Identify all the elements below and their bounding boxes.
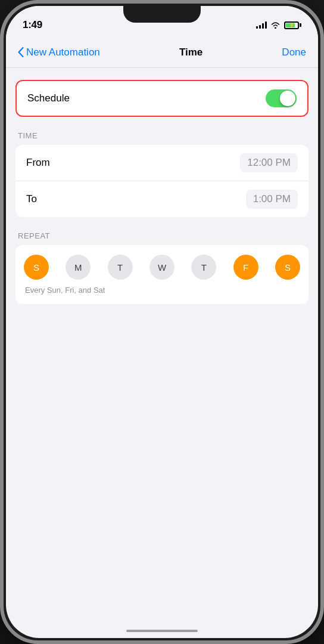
- day-F[interactable]: F: [233, 255, 258, 280]
- status-bar: 1:49 ⚡: [6, 6, 318, 37]
- repeat-section-label: REPEAT: [15, 231, 309, 240]
- status-time: 1:49: [23, 19, 42, 31]
- day-S1[interactable]: S: [24, 255, 49, 280]
- battery-icon: ⚡: [284, 21, 301, 29]
- day-M[interactable]: M: [66, 255, 91, 280]
- to-label: To: [26, 193, 37, 205]
- time-section: TIME From 12:00 PM To 1:00 PM: [15, 131, 309, 217]
- nav-title: Time: [179, 47, 202, 58]
- done-button[interactable]: Done: [282, 47, 306, 58]
- day-W[interactable]: W: [149, 255, 175, 280]
- from-label: From: [26, 157, 50, 169]
- silent-button[interactable]: [0, 93, 2, 117]
- schedule-toggle[interactable]: [266, 89, 297, 107]
- from-row[interactable]: From 12:00 PM: [15, 145, 309, 181]
- nav-bar: New Automation Time Done: [6, 37, 318, 68]
- screen: 1:49 ⚡: [6, 6, 318, 638]
- power-button[interactable]: [322, 135, 324, 182]
- back-label: New Automation: [26, 47, 100, 58]
- home-indicator: [126, 630, 198, 632]
- notch: [123, 6, 201, 23]
- days-row: SMTWTFS: [24, 255, 300, 280]
- phone-frame: 1:49 ⚡: [0, 0, 324, 644]
- chevron-left-icon: [18, 47, 24, 57]
- day-S2[interactable]: S: [275, 255, 300, 280]
- day-T2[interactable]: T: [191, 255, 216, 280]
- repeat-section: REPEAT SMTWTFS Every Sun, Fri, and Sat: [15, 231, 309, 304]
- toggle-knob: [280, 91, 295, 106]
- schedule-label: Schedule: [27, 92, 70, 104]
- time-card: From 12:00 PM To 1:00 PM: [15, 145, 309, 217]
- wifi-icon: [270, 21, 281, 29]
- content: Schedule TIME From 12:00 PM To 1:00 PM: [6, 68, 318, 330]
- repeat-card: SMTWTFS Every Sun, Fri, and Sat: [15, 245, 309, 304]
- to-row[interactable]: To 1:00 PM: [15, 181, 309, 217]
- back-button[interactable]: New Automation: [18, 47, 100, 58]
- signal-icon: [256, 21, 267, 29]
- volume-up-button[interactable]: [0, 123, 2, 156]
- time-section-label: TIME: [15, 131, 309, 140]
- status-icons: ⚡: [256, 21, 301, 29]
- repeat-description: Every Sun, Fri, and Sat: [24, 286, 300, 295]
- to-value: 1:00 PM: [246, 190, 298, 209]
- day-T1[interactable]: T: [108, 255, 133, 280]
- volume-down-button[interactable]: [0, 165, 2, 197]
- from-value: 12:00 PM: [240, 153, 298, 172]
- schedule-row: Schedule: [15, 80, 309, 117]
